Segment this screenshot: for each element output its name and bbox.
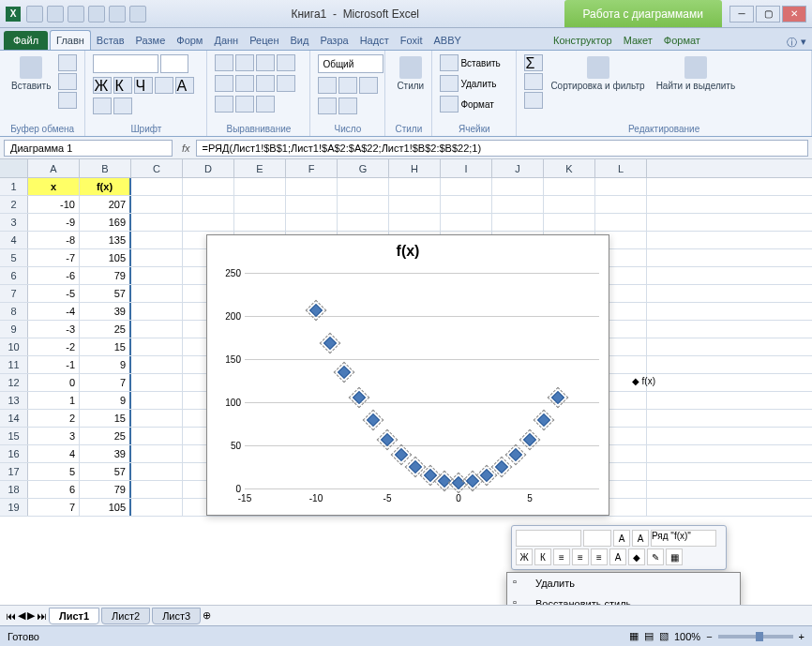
cell[interactable]: 57 [80,285,131,302]
decimal-inc-icon[interactable] [318,98,337,114]
tab-formulas[interactable]: Форм [171,31,208,50]
col-header[interactable]: J [492,159,544,177]
col-header[interactable]: I [441,159,492,177]
chart-title[interactable]: f(x) [207,235,609,267]
cell[interactable] [131,356,183,373]
row-header[interactable]: 19 [0,499,28,516]
format-painter-icon[interactable] [58,92,77,109]
data-point[interactable] [381,432,394,445]
mini-align-icon[interactable]: ≡ [572,548,589,565]
cell[interactable]: 7 [28,499,80,516]
cell[interactable]: -2 [28,338,80,355]
row-header[interactable]: 11 [0,356,28,373]
cell[interactable]: 39 [80,303,131,320]
indent-decrease-icon[interactable] [215,96,233,113]
currency-icon[interactable] [318,77,337,94]
tab-view[interactable]: Вид [285,31,315,50]
tab-chart-format[interactable]: Формат [658,31,706,50]
cell[interactable]: 39 [80,445,131,462]
cell[interactable] [286,196,338,213]
data-point[interactable] [395,448,408,461]
view-normal-icon[interactable]: ▦ [629,630,639,642]
select-all-corner[interactable] [0,159,28,177]
mini-size-combo[interactable] [583,530,611,547]
bold-button[interactable]: Ж [93,77,112,94]
cell[interactable]: -8 [28,232,80,248]
row-header[interactable]: 16 [0,445,28,462]
cell[interactable]: 4 [28,445,80,462]
font-size-combo[interactable] [160,54,188,73]
find-select-button[interactable]: Найти и выделить [653,54,739,93]
zoom-slider[interactable] [718,635,793,638]
align-right-icon[interactable] [256,75,275,92]
cell[interactable] [595,178,647,195]
tab-review[interactable]: Рецен [244,31,284,50]
cell[interactable]: 2 [28,410,80,427]
cell[interactable]: 9 [80,356,131,373]
cell[interactable] [544,196,595,213]
plot-area[interactable]: 050100150200250-15-10-505◆ f(x) [245,273,599,487]
cell[interactable] [492,214,544,231]
styles-button[interactable]: Стили [393,54,428,93]
sheet-nav-prev-icon[interactable]: ◀ [18,609,25,622]
row-header[interactable]: 6 [0,267,28,284]
mini-font-color-icon[interactable]: A [609,548,626,565]
row-header[interactable]: 7 [0,285,28,302]
row-header[interactable]: 18 [0,481,28,498]
cell[interactable]: 79 [80,481,131,498]
cell[interactable]: 1 [28,392,80,409]
cell[interactable]: -1 [28,356,80,373]
cell[interactable]: 57 [80,463,131,480]
fill-icon[interactable] [524,73,543,90]
close-button[interactable]: ✕ [782,6,806,23]
cell[interactable] [389,178,441,195]
underline-button[interactable]: Ч [134,77,153,94]
tab-abbyy[interactable]: ABBY [429,31,467,50]
col-header[interactable]: A [28,159,80,177]
mini-grow-font-icon[interactable]: A [613,530,630,547]
zoom-in-button[interactable]: + [799,631,804,642]
cell[interactable]: 7 [80,374,131,391]
cell[interactable]: -10 [28,196,80,213]
qat-btn-icon[interactable] [88,6,105,23]
data-point[interactable] [452,475,465,488]
cell[interactable] [441,178,492,195]
cell[interactable] [544,214,595,231]
copy-icon[interactable] [58,73,77,90]
data-point[interactable] [309,303,323,316]
cell[interactable] [131,214,183,231]
data-point[interactable] [338,366,351,379]
cell[interactable] [389,196,441,213]
cell[interactable]: -3 [28,321,80,338]
cell[interactable]: 79 [80,267,131,284]
cell[interactable] [183,214,234,231]
number-format-combo[interactable]: Общий [318,54,383,73]
minimize-ribbon-icon[interactable]: ▾ [801,36,806,50]
data-point[interactable] [424,469,437,482]
cell[interactable] [131,499,183,516]
cell[interactable] [131,267,183,284]
tab-foxit[interactable]: Foxit [395,31,429,50]
cell[interactable] [544,178,595,195]
tab-chart-design[interactable]: Конструктор [548,31,618,50]
mini-align-icon[interactable]: ≡ [591,548,608,565]
maximize-button[interactable]: ▢ [756,6,780,23]
format-cells-button[interactable]: Формат [440,96,494,113]
data-point[interactable] [480,469,493,482]
cell[interactable] [338,196,389,213]
clear-icon[interactable] [524,92,543,109]
align-bottom-icon[interactable] [256,54,275,71]
align-center-icon[interactable] [235,75,254,92]
cell[interactable] [286,178,338,195]
paste-button[interactable]: Вставить [8,54,54,93]
cell[interactable] [131,374,183,391]
zoom-level[interactable]: 100% [674,631,700,642]
cell[interactable]: 25 [80,428,131,444]
sheet-nav-first-icon[interactable]: ⏮ [6,610,16,622]
sheet-tab[interactable]: Лист1 [49,608,99,624]
cell[interactable] [131,392,183,409]
mini-bold-icon[interactable]: Ж [516,548,533,565]
cell[interactable] [183,178,234,195]
cell[interactable] [338,214,389,231]
italic-button[interactable]: К [113,77,132,94]
